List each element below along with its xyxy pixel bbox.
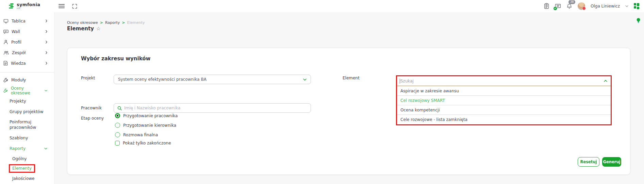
breadcrumb: Oceny okresowe > Raporty > Elementy — [67, 20, 145, 25]
sidebar-item-label: Poinformuj pracowników — [10, 119, 42, 130]
checkbox-icon[interactable] — [115, 141, 120, 145]
symfonia-logo-icon — [9, 3, 14, 9]
sidebar-item-elementy[interactable]: Elementy — [0, 164, 54, 173]
etap-oceny-label: Etap oceny — [81, 116, 104, 121]
sidebar-item-poinformuj-pracownikow[interactable]: Poinformuj pracowników — [0, 117, 54, 133]
hamburger-menu-icon[interactable] — [59, 4, 65, 8]
radio-przygotowanie-kierownika[interactable]: Przygotowanie kierownika — [115, 123, 176, 128]
sidebar-item-label: Szablony — [10, 136, 28, 140]
radio-label: Przygotowanie kierownika — [123, 123, 176, 128]
radio-label: Rozmowa finalna — [123, 133, 158, 137]
hint-lightbulb-icon[interactable] — [636, 18, 641, 23]
sidebar-item-wall[interactable]: Wall — [0, 26, 54, 37]
fullscreen-icon[interactable] — [72, 4, 77, 9]
breadcrumb-item[interactable]: Raporty — [105, 20, 120, 25]
projekt-select[interactable]: System oceny efektywności pracownika BA — [114, 75, 311, 84]
user-name[interactable]: Olga Liniewicz — [591, 4, 620, 9]
sidebar-item-label: Jakościowe — [12, 176, 34, 181]
sidebar-item-label: Oceny okresowe — [11, 86, 42, 95]
document-icon — [3, 61, 8, 66]
element-option[interactable]: Ocena kompetencji — [397, 105, 611, 115]
sidebar-item-szablony[interactable]: Szablony — [0, 133, 54, 143]
sidebar-item-label: Tablica — [12, 19, 26, 24]
chevron-right-icon — [46, 51, 47, 54]
sidebar-item-label: Zespół — [12, 50, 26, 55]
sidebar-item-wiedza[interactable]: Wiedza — [0, 58, 54, 68]
user-menu-chevron-down-icon[interactable] — [625, 5, 628, 7]
pracownik-search-input[interactable] — [124, 106, 307, 110]
breadcrumb-item[interactable]: Oceny okresowe — [67, 20, 98, 25]
chevron-right-icon — [46, 30, 47, 33]
breadcrumb-item-current: Elementy — [127, 20, 145, 25]
checkbox-label: Pokaż tylko zakończone — [123, 141, 171, 145]
chevron-right-icon — [46, 19, 47, 22]
radio-label: Przygotowanie pracownika — [123, 113, 178, 118]
sidebar-item-raporty[interactable]: Raporty — [0, 143, 54, 154]
apps-grid-icon[interactable] — [634, 3, 639, 9]
card-title: Wybór zakresu wyników — [81, 56, 150, 62]
radio-rozmowa-finalna[interactable]: Rozmowa finalna — [115, 132, 158, 137]
sidebar-item-grupy-projektow[interactable]: Grupy projektów — [0, 106, 54, 117]
messages-check-badge — [554, 7, 557, 10]
user-avatar[interactable] — [578, 2, 585, 10]
sidebar-item-tablica[interactable]: Tablica — [0, 16, 54, 26]
element-search-row — [397, 76, 611, 86]
sidebar-item-label: Ogólny — [12, 156, 27, 161]
page-title: Elementy — [67, 26, 94, 32]
wrench-icon — [3, 88, 8, 93]
annotation-red-box: Elementy — [9, 164, 35, 173]
element-option[interactable]: Aspiracje w zakresie awansu — [397, 86, 611, 96]
sidebar-item-label: Wiedza — [11, 61, 26, 66]
element-option[interactable]: Cel rozwojowy SMART — [397, 96, 611, 105]
notifications-bell-icon[interactable]: 38 — [566, 3, 572, 9]
element-combo-annotated: Aspiracje w zakresie awansu Cel rozwojow… — [396, 75, 612, 125]
sidebar: Tablica Wall Profil Zespół Wiedza Moduły… — [0, 12, 54, 184]
notification-count-badge: 38 — [568, 0, 575, 4]
sidebar-item-ogolny[interactable]: Ogólny — [0, 154, 54, 164]
results-scope-card: Wybór zakresu wyników Projekt System oce… — [67, 48, 630, 175]
logo-subtext: HR — [17, 7, 40, 10]
sidebar-item-label: Profil — [11, 40, 21, 45]
radio-selected-icon[interactable] — [115, 113, 120, 118]
app-logo[interactable]: symfonia HR — [0, 2, 54, 10]
sidebar-item-label: Wall — [12, 29, 20, 34]
team-icon — [3, 50, 9, 55]
sidebar-item-zespol[interactable]: Zespół — [0, 47, 54, 58]
sidebar-item-projekty[interactable]: Projekty — [0, 96, 54, 106]
sidebar-item-oceny-okresowe[interactable]: Oceny okresowe — [0, 85, 54, 96]
breadcrumb-separator: > — [100, 20, 103, 25]
messages-icon[interactable] — [555, 3, 561, 9]
radio-przygotowanie-pracownika[interactable]: Przygotowanie pracownika — [115, 113, 178, 118]
sidebar-item-moduly[interactable]: Moduły — [0, 75, 54, 85]
main-content: Oceny okresowe > Raporty > Elementy Elem… — [54, 12, 644, 184]
radio-icon[interactable] — [115, 132, 120, 137]
sidebar-divider — [0, 72, 54, 73]
element-search-input[interactable] — [400, 79, 604, 83]
chevron-up-icon[interactable] — [604, 80, 607, 82]
chevron-down-icon — [303, 78, 307, 81]
text-cursor — [400, 79, 400, 83]
radio-icon[interactable] — [115, 123, 120, 128]
reset-button[interactable]: Resetuj — [578, 157, 599, 167]
sidebar-item-label: Projekty — [10, 99, 26, 104]
pracownik-label: Pracownik — [81, 106, 102, 110]
element-option-label: Cele rozwojowe - lista zamknięta — [400, 117, 467, 122]
chevron-right-icon — [46, 41, 47, 44]
person-icon — [3, 40, 8, 45]
sidebar-item-label: Moduły — [11, 78, 26, 82]
board-icon — [3, 19, 9, 24]
checkbox-pokaz-tylko-zakonczone[interactable]: Pokaż tylko zakończone — [115, 141, 171, 145]
top-bar: symfonia HR — [0, 0, 644, 12]
favorite-star-icon[interactable]: ☆ — [96, 26, 101, 31]
element-option-label: Cel rozwojowy SMART — [400, 98, 445, 103]
sidebar-item-jakosciowe[interactable]: Jakościowe — [0, 173, 54, 183]
element-option[interactable]: Cele rozwojowe - lista zamknięta — [397, 115, 611, 124]
sidebar-item-label: Elementy — [12, 166, 32, 171]
chevron-right-icon — [46, 62, 47, 65]
tasks-clipboard-icon[interactable] — [544, 3, 549, 9]
logo-text: symfonia — [17, 2, 40, 7]
element-option-label: Aspiracje w zakresie awansu — [400, 89, 459, 93]
wall-chat-icon — [3, 29, 9, 34]
generate-button[interactable]: Generuj — [602, 157, 621, 167]
sidebar-item-profil[interactable]: Profil — [0, 37, 54, 47]
